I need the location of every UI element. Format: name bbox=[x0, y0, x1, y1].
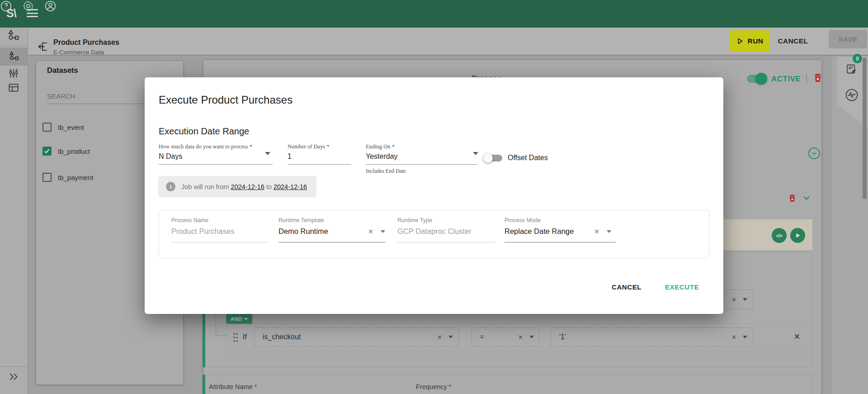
clear-icon[interactable]: ✕ bbox=[731, 334, 736, 340]
runtime-type-label: Runtime Type bbox=[397, 217, 432, 223]
job-run-info-banner: i Job will run from 2024-12-16 to 2024-1… bbox=[158, 176, 316, 197]
number-of-days-label: Number of Days * bbox=[288, 143, 330, 150]
runtime-template-select[interactable]: Demo Runtime bbox=[278, 227, 328, 236]
clear-icon[interactable]: ✕ bbox=[437, 334, 442, 340]
execute-dialog: Execute Product Purchases Execution Date… bbox=[145, 77, 723, 314]
checkbox[interactable] bbox=[42, 123, 52, 132]
header-cancel-button[interactable]: CANCEL bbox=[777, 37, 809, 45]
page-title: Product Purchases bbox=[53, 38, 119, 47]
and-operator-chip[interactable]: AND bbox=[226, 314, 252, 324]
field-select[interactable]: is_checkout ✕ bbox=[254, 328, 459, 347]
caret-down-icon[interactable] bbox=[743, 298, 747, 301]
checkbox[interactable] bbox=[42, 173, 52, 182]
runtime-template-label: Runtime Template bbox=[278, 217, 324, 223]
caret-down-icon[interactable] bbox=[607, 230, 611, 233]
dialog-cancel-button[interactable]: CANCEL bbox=[612, 283, 642, 291]
dataset-label: tb_event bbox=[58, 123, 84, 131]
delete-process-icon[interactable] bbox=[812, 72, 823, 83]
end-date-link[interactable]: 2024-12-16 bbox=[274, 183, 307, 190]
clear-icon[interactable]: ✕ bbox=[518, 334, 523, 340]
rule-value: '1' bbox=[559, 333, 566, 341]
process-flow-icon[interactable] bbox=[8, 50, 21, 64]
process-runtime-card: Process Name Runtime Template Runtime Ty… bbox=[159, 210, 709, 258]
app-bar: S\ bbox=[0, 0, 868, 28]
caret-down-icon[interactable] bbox=[473, 155, 478, 163]
process-name-value: Product Purchases bbox=[171, 227, 234, 236]
save-button[interactable]: SAVE bbox=[829, 30, 867, 48]
caret-down-icon[interactable] bbox=[529, 336, 534, 338]
page-subtitle: E-Commerce Data bbox=[53, 49, 104, 56]
collapse-section-icon[interactable] bbox=[808, 147, 820, 159]
start-date-link[interactable]: 2024-12-16 bbox=[231, 183, 264, 190]
code-editor-button[interactable]: </> bbox=[772, 228, 787, 243]
ending-on-select[interactable]: Yesterday bbox=[366, 152, 398, 161]
clear-icon[interactable]: ✕ bbox=[368, 228, 373, 235]
field-underline bbox=[366, 164, 477, 165]
clear-icon[interactable]: ✕ bbox=[731, 297, 736, 303]
process-mode-select[interactable]: Replace Date Range bbox=[505, 227, 574, 236]
datasets-title: Datasets bbox=[47, 66, 78, 75]
operator-select[interactable]: = ✕ bbox=[472, 328, 540, 347]
attribute-section bbox=[203, 375, 812, 394]
caret-down-icon[interactable] bbox=[743, 336, 747, 338]
includes-end-date-helper: Includes End Date bbox=[366, 168, 406, 175]
caret-down-icon[interactable] bbox=[381, 230, 385, 233]
number-of-days-input[interactable]: 1 bbox=[288, 152, 292, 161]
rail-divider bbox=[0, 46, 28, 46]
and-label: AND bbox=[231, 316, 242, 322]
dataset-label: tb_product bbox=[58, 147, 90, 155]
dataset-label: tb_payment bbox=[58, 174, 93, 181]
hamburger-menu-icon[interactable] bbox=[27, 9, 38, 18]
account-icon[interactable] bbox=[44, 0, 57, 12]
caret-down-icon[interactable] bbox=[448, 336, 453, 338]
offset-dates-label: Offset Dates bbox=[508, 154, 548, 162]
chevron-down-icon[interactable] bbox=[801, 194, 812, 203]
info-prefix: Job will run from bbox=[181, 183, 229, 190]
offset-dates-toggle-thumb[interactable] bbox=[483, 153, 493, 163]
attribute-name-label: Attribute Name * bbox=[209, 383, 257, 390]
ending-on-label: Ending On * bbox=[366, 143, 395, 150]
field-underline bbox=[288, 164, 351, 165]
process-mode-controls: ✕ bbox=[594, 228, 611, 235]
code-icon: </> bbox=[776, 233, 783, 238]
app-logo: S\ bbox=[6, 7, 16, 20]
dialog-title: Execute Product Purchases bbox=[159, 94, 292, 106]
play-icon bbox=[736, 37, 744, 45]
back-icon[interactable] bbox=[37, 41, 49, 52]
expand-rail-icon[interactable] bbox=[7, 371, 20, 383]
drag-handle-icon[interactable] bbox=[231, 332, 240, 343]
frequency-label: Frequency * bbox=[416, 383, 451, 390]
dialog-execute-button[interactable]: EXECUTE bbox=[665, 283, 699, 291]
remove-condition-icon[interactable]: ✕ bbox=[794, 332, 800, 342]
table-layout-icon[interactable] bbox=[8, 82, 21, 95]
delete-step-icon[interactable] bbox=[788, 193, 797, 203]
field-underline bbox=[159, 164, 273, 165]
monitoring-icon[interactable] bbox=[844, 88, 859, 102]
notes-icon[interactable] bbox=[845, 63, 858, 75]
field-value: is_checkout bbox=[263, 333, 301, 341]
sliders-icon[interactable] bbox=[8, 67, 21, 81]
runtime-template-controls: ✕ bbox=[368, 228, 385, 235]
field-underline bbox=[171, 242, 269, 242]
pipeline-icon[interactable] bbox=[6, 28, 20, 42]
section-title: Execution Date Range bbox=[159, 126, 249, 137]
caret-down-icon[interactable] bbox=[265, 155, 270, 163]
info-icon: i bbox=[166, 182, 175, 191]
process-amount-select[interactable]: N Days bbox=[159, 152, 182, 161]
rail-bottom-divider bbox=[0, 366, 28, 367]
run-button-label: RUN bbox=[748, 37, 764, 45]
checkbox[interactable] bbox=[42, 147, 52, 156]
process-name-label: Process Name bbox=[171, 217, 208, 223]
app-screen: S\ Product Purchases E-Commerce Data RUN… bbox=[0, 0, 868, 394]
process-amount-label: How much data do you want to process * bbox=[159, 143, 252, 150]
info-connector: to bbox=[266, 183, 272, 190]
run-button[interactable]: RUN bbox=[729, 30, 770, 52]
if-keyword: If bbox=[243, 333, 247, 341]
run-step-button[interactable] bbox=[790, 228, 805, 243]
value-select[interactable]: '1' ✕ bbox=[551, 328, 753, 347]
section-accent-bar bbox=[203, 375, 205, 394]
clear-icon[interactable]: ✕ bbox=[594, 228, 599, 235]
caret-down-icon bbox=[244, 318, 248, 320]
active-toggle-thumb[interactable] bbox=[755, 73, 767, 85]
vertical-scrollbar[interactable] bbox=[863, 57, 867, 199]
